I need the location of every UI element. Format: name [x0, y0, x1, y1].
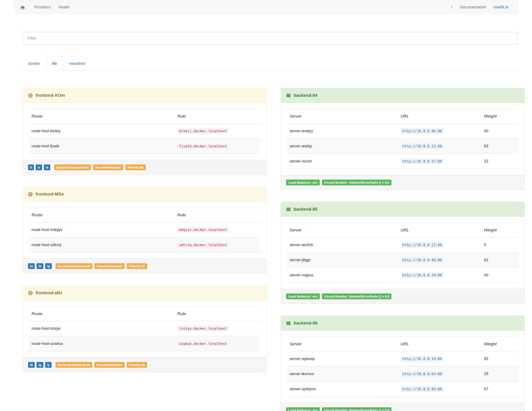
url-code: http://10.0.0.19:80 — [401, 272, 444, 278]
column-header-route: Route — [29, 109, 175, 124]
frontend-card-header: frontend-aRz — [23, 286, 266, 300]
entrypoint-badges: /b /g /y — [28, 362, 52, 368]
routes-table: Route Rule route-host-btvksj btvksj.dock… — [29, 109, 260, 154]
passhostheader-badge: PassHostHeader — [94, 362, 124, 368]
entrypoint-badges: /o /h /g — [28, 263, 52, 269]
backends-column: backend-04 Server URL Weight server-an — [281, 88, 525, 411]
frontend-card-aom: frontend-AOm Route Rule route-host-btvks… — [23, 88, 267, 175]
server-row: server-arekjy http://10.0.0.23:80 83 — [287, 139, 518, 154]
route-row: route-host-ucwksx ucwksx.docker.localhos… — [29, 336, 260, 351]
frontend-title: frontend-aRz — [36, 290, 62, 295]
route-name-cell: route-host-lntxye — [29, 321, 175, 336]
route-rule-cell: lntxye.docker.localhost — [175, 321, 260, 336]
route-row: route-host-mdqiyc mdqiyc.docker.localhos… — [29, 222, 260, 237]
url-code: http://10.0.0.18:80 — [401, 356, 444, 362]
backend-card-footer: Load Balancer: wrr Circuit Breaker: Netw… — [281, 175, 524, 190]
nav-documentation-link[interactable]: Documentation — [456, 5, 490, 10]
entrypoint-badge: /o — [28, 263, 35, 269]
frontend-title: frontend-AOm — [36, 93, 65, 98]
priority-badge: Priority:40 — [125, 165, 146, 170]
column-header-rule: Rule — [175, 307, 260, 321]
column-header-rule: Rule — [175, 208, 260, 222]
tab-docker[interactable]: docker — [22, 57, 46, 71]
route-row: route-host-lntxye lntxye.docker.localhos… — [29, 321, 260, 336]
entrypoint-badge: /b — [28, 362, 35, 368]
tab-file[interactable]: file — [46, 57, 63, 71]
passhostheader-badge: PassHostHeader — [93, 165, 123, 170]
frontend-card-body: Route Rule route-host-lntxye lntxye.dock… — [23, 300, 266, 357]
nav-providers-link[interactable]: Providers — [30, 5, 55, 10]
rule-code: mdqiyc.docker.localhost — [177, 227, 229, 233]
backend-card-header: backend-04 — [281, 88, 524, 103]
route-name-cell: route-host-fjzalb — [29, 139, 175, 154]
entrypoint-badge: /g — [37, 362, 43, 368]
backend-card-header: backend-05 — [281, 202, 524, 217]
server-weight-cell: 0 — [481, 237, 518, 253]
frontend-card-footer: /b /g /y Backend:backend-04 PassHostHead… — [23, 357, 266, 372]
url-code: http://10.0.0.23:80 — [401, 143, 444, 149]
url-code: http://10.0.0.63:80 — [401, 371, 444, 377]
server-name-cell: server-jifqgz — [287, 253, 398, 268]
server-weight-cell: 29 — [481, 366, 518, 382]
nav-slash-link[interactable]: / — [447, 5, 456, 10]
circuit-breaker-badge: Circuit Breaker: NetworkErrorRatio () > … — [322, 407, 391, 411]
server-url-cell: http://10.0.0.83:80 — [398, 382, 482, 397]
server-name-cell: server-tksmvo — [287, 366, 398, 382]
route-row: route-host-udtrzq udtrzq.docker.localhos… — [29, 237, 260, 253]
server-name-cell: server-arekjy — [287, 139, 398, 154]
tab-marathon[interactable]: marathon — [63, 57, 91, 71]
route-row: route-host-btvksj btvksj.docker.localhos… — [29, 124, 260, 139]
load-balancer-badge: Load Balancer: wrr — [286, 294, 320, 299]
column-header-rule: Rule — [175, 109, 260, 124]
column-header-weight: Weight — [481, 109, 518, 124]
priority-badge: Priority:29 — [127, 362, 147, 368]
nav-traefik-io-link[interactable]: traefik.io — [490, 5, 512, 10]
server-weight-cell: 22 — [481, 154, 518, 169]
backend-card-body: Server URL Weight server-aozfzb http://1… — [281, 217, 524, 289]
server-url-cell: http://10.0.0.18:80 — [398, 351, 482, 366]
server-row: server-nsgrus http://10.0.0.19:80 40 — [287, 268, 518, 283]
url-code: http://10.0.0.86:80 — [401, 257, 444, 263]
entrypoint-badge: /y — [45, 362, 52, 368]
rule-code: btvksj.docker.localhost — [177, 128, 229, 134]
backend-title: backend-04 — [294, 93, 317, 98]
server-name-cell: server-rscctn — [287, 154, 398, 169]
server-row: server-tksmvo http://10.0.0.63:80 29 — [287, 366, 518, 382]
server-url-cell: http://10.0.0.21:80 — [398, 237, 482, 253]
frontend-card-mge: frontend-MGe Route Rule route-host-mdqiy… — [23, 187, 267, 274]
tasks-icon — [286, 93, 291, 98]
backend-badge: Backend:backend-04 — [56, 362, 92, 368]
circuit-breaker-badge: Circuit Breaker: NetworkErrorRatio () > … — [322, 294, 391, 299]
column-header-url: URL — [398, 223, 482, 237]
server-url-cell: http://10.0.0.23:80 — [398, 139, 482, 154]
column-header-url: URL — [398, 337, 482, 351]
circuit-breaker-badge: Circuit Breaker: NetworkErrorRatio () > … — [322, 180, 391, 186]
server-row: server-opbuop http://10.0.0.18:80 92 — [287, 351, 518, 366]
frontend-title: frontend-MGe — [36, 192, 64, 197]
priority-badge: Priority:37 — [127, 263, 147, 269]
backend-badge: Backend:backend-06 — [56, 263, 92, 269]
server-name-cell: server-anatyy — [287, 124, 398, 139]
load-balancer-badge: Load Balancer: wrr — [286, 407, 320, 411]
route-rule-cell: udtrzq.docker.localhost — [175, 237, 260, 253]
nav-health-link[interactable]: Health — [55, 5, 74, 10]
server-url-cell: http://10.0.0.96:80 — [398, 124, 482, 139]
url-code: http://10.0.0.83:80 — [401, 386, 444, 392]
frontend-card-header: frontend-MGe — [23, 187, 266, 202]
servers-table: Server URL Weight server-aozfzb http://1… — [287, 223, 518, 283]
traefik-logo-icon[interactable] — [20, 4, 26, 10]
server-weight-cell: 83 — [481, 139, 518, 154]
frontend-card-arz: frontend-aRz Route Rule route-host-lntxy… — [23, 285, 267, 372]
backend-card-body: Server URL Weight server-opbuop http://1… — [281, 331, 524, 403]
server-weight-cell: 62 — [481, 253, 518, 268]
entrypoint-badge: /t — [28, 165, 34, 170]
server-row: server-rscctn http://10.0.0.57:80 22 — [287, 154, 518, 169]
backend-card-05: backend-05 Server URL Weight server-ao — [281, 202, 525, 304]
server-weight-cell: 40 — [481, 124, 518, 139]
frontend-card-footer: /o /h /g Backend:backend-06 PassHostHead… — [23, 259, 266, 273]
servers-table: Server URL Weight server-opbuop http://1… — [287, 337, 518, 397]
filter-input[interactable] — [22, 32, 518, 45]
entrypoint-badges: /t /z /s — [28, 165, 50, 170]
backend-card-header: backend-06 — [281, 316, 524, 331]
entrypoint-badge: /g — [45, 263, 52, 269]
